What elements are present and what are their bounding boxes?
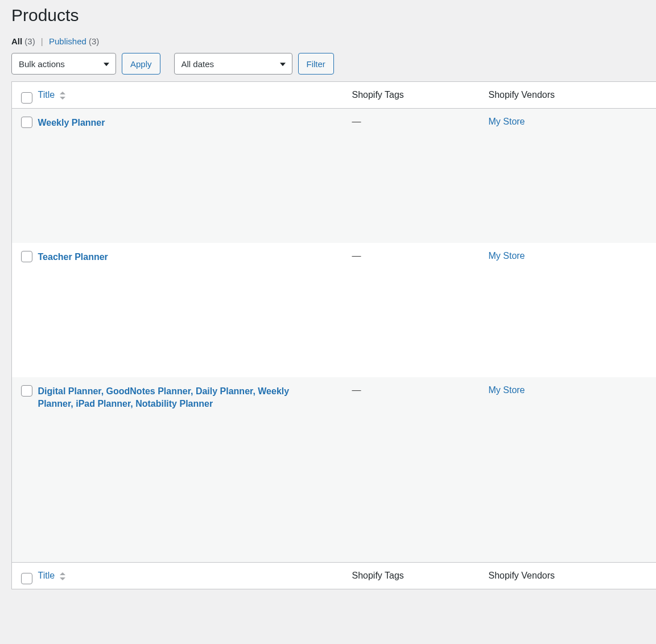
filter-all-count: (3)	[24, 36, 35, 46]
apply-button[interactable]: Apply	[122, 53, 160, 75]
product-tags: —	[352, 251, 362, 261]
svg-marker-2	[60, 572, 65, 575]
product-title-link[interactable]: Teacher Planner	[38, 252, 108, 262]
column-header-tags: Shopify Tags	[352, 82, 489, 109]
product-tags: —	[352, 385, 362, 395]
svg-marker-1	[60, 97, 65, 100]
product-title-link[interactable]: Weekly Planner	[38, 118, 105, 127]
page-title: Products	[11, 6, 656, 25]
bulk-actions-select[interactable]: Bulk actions	[11, 53, 116, 75]
column-header-title[interactable]: Title	[38, 90, 65, 100]
product-vendor-link[interactable]: My Store	[489, 385, 525, 395]
table-row: Weekly Planner — My Store	[12, 109, 657, 243]
filter-all-label: All	[11, 36, 22, 46]
sort-icon	[60, 92, 65, 100]
row-checkbox[interactable]	[21, 117, 32, 128]
svg-marker-3	[60, 577, 65, 580]
row-checkbox[interactable]	[21, 385, 32, 397]
product-title-link[interactable]: Digital Planner, GoodNotes Planner, Dail…	[38, 386, 290, 408]
filter-link-all[interactable]: All (3)	[11, 36, 38, 46]
product-vendor-link[interactable]: My Store	[489, 117, 525, 126]
column-title-label: Title	[38, 90, 55, 100]
product-tags: —	[352, 117, 362, 126]
view-filters: All (3) | Published (3)	[11, 36, 656, 46]
products-table: Title Shopify Tags Shopify Vendors	[11, 81, 656, 589]
filter-published-count: (3)	[89, 36, 99, 46]
sort-icon	[60, 572, 65, 580]
column-header-vendors: Shopify Vendors	[489, 82, 657, 109]
column-title-label: Title	[38, 571, 55, 580]
product-vendor-link[interactable]: My Store	[489, 251, 525, 261]
filter-link-published[interactable]: Published (3)	[49, 36, 99, 46]
column-footer-tags: Shopify Tags	[352, 563, 489, 589]
date-filter-select[interactable]: All dates	[174, 53, 292, 75]
filter-separator: |	[41, 36, 43, 46]
filter-button[interactable]: Filter	[298, 53, 334, 75]
svg-marker-0	[60, 92, 65, 94]
column-footer-vendors: Shopify Vendors	[489, 563, 657, 589]
row-checkbox[interactable]	[21, 251, 32, 262]
select-all-checkbox-top[interactable]	[21, 92, 32, 104]
table-row: Teacher Planner — My Store	[12, 243, 657, 377]
select-all-checkbox-bottom[interactable]	[21, 573, 32, 584]
table-row: Digital Planner, GoodNotes Planner, Dail…	[12, 377, 657, 563]
tablenav-top: Bulk actions Apply All dates Filter	[11, 53, 656, 75]
filter-published-label: Published	[49, 36, 86, 46]
column-footer-title[interactable]: Title	[38, 571, 65, 580]
